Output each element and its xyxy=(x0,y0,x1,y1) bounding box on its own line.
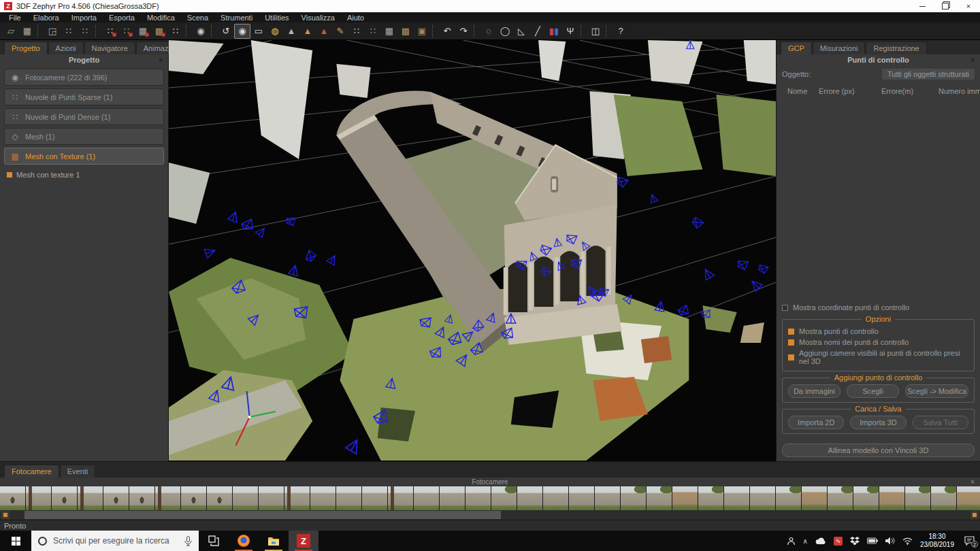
tab-gcp[interactable]: GCP xyxy=(781,41,812,54)
da-immagini-button[interactable]: Da immagini xyxy=(788,384,840,398)
lasso-select-icon[interactable]: ◌ xyxy=(480,24,497,39)
action-center-button[interactable]: 2 xyxy=(964,536,975,546)
camera-thumbnail-8[interactable] xyxy=(181,486,206,510)
people-icon[interactable] xyxy=(787,537,796,546)
tab-navigatore[interactable]: Navigatore xyxy=(84,41,135,54)
ellipse-select-icon[interactable]: ◯ xyxy=(497,24,513,39)
measure-ruler-icon[interactable]: ╱ xyxy=(529,24,546,39)
camera-thumbnail-29[interactable] xyxy=(724,486,749,510)
importa-3d-button[interactable]: Importa 3D xyxy=(850,416,906,429)
menu-aiuto[interactable]: Aiuto xyxy=(341,14,370,22)
wifi-icon[interactable] xyxy=(902,537,913,545)
3d-viewport[interactable] xyxy=(169,40,776,461)
menu-elabora[interactable]: Elabora xyxy=(27,14,65,22)
project-item-1[interactable]: ◉Fotocamere (222 di 396) xyxy=(4,69,164,86)
tab-eventi[interactable]: Eventi xyxy=(60,465,96,478)
render-flat-icon[interactable]: ▲ xyxy=(283,24,299,39)
menu-modifica[interactable]: Modifica xyxy=(141,14,181,22)
camera-thumbnail-38[interactable] xyxy=(957,486,980,510)
option-checkbox-row-1[interactable]: Mostra punti di controllo xyxy=(788,326,968,337)
show-sparse-icon[interactable]: ∷ xyxy=(348,24,365,39)
camera-thumbnail-15[interactable] xyxy=(362,486,387,510)
checkbox-checked-icon[interactable] xyxy=(788,339,794,346)
menu-utilities[interactable]: Utilities xyxy=(259,14,295,22)
zephyr-taskbar-button[interactable]: Z xyxy=(289,531,318,551)
camera-thumbnail-37[interactable] xyxy=(931,486,956,510)
plane-select-icon[interactable]: ◺ xyxy=(513,24,529,39)
explorer-taskbar-button[interactable] xyxy=(259,531,289,551)
oggetto-dropdown[interactable]: Tutti gli oggetti strutturati xyxy=(882,69,975,80)
thumbnail-scrollbar[interactable] xyxy=(0,510,980,520)
show-mesh-icon[interactable]: ▦ xyxy=(381,24,397,39)
show-image-icon[interactable]: ▭ xyxy=(250,24,267,39)
camera-thumbnail-5[interactable] xyxy=(103,486,129,510)
utilities-tool-icon[interactable]: Ψ xyxy=(562,24,578,39)
camera-thumbnail-22[interactable] xyxy=(543,486,568,510)
help-icon[interactable]: ? xyxy=(612,24,629,39)
project-item-5[interactable]: ▩Mesh con Texture (1) xyxy=(4,148,164,165)
camera-thumbnail-31[interactable] xyxy=(776,486,801,510)
dropbox-icon[interactable] xyxy=(850,537,860,546)
redo-icon[interactable]: ↷ xyxy=(455,24,472,39)
menu-importa[interactable]: Importa xyxy=(65,14,103,22)
battery-icon[interactable] xyxy=(867,537,878,544)
camera-thumbnail-33[interactable] xyxy=(828,486,853,510)
save-project-icon[interactable]: ▦ xyxy=(19,24,35,39)
undo-icon[interactable]: ↶ xyxy=(439,24,455,39)
salva-tutti-button[interactable]: Salva Tutti xyxy=(913,416,968,429)
camera-thumbnail-6[interactable] xyxy=(129,486,154,510)
dense-point-cloud-icon[interactable]: ∷ xyxy=(77,24,93,39)
tab-misurazioni[interactable]: Misurazioni xyxy=(813,41,866,54)
camera-thumbnail-34[interactable] xyxy=(853,486,879,510)
lighting-icon[interactable]: ◍ xyxy=(267,24,283,39)
checkbox-checked-icon[interactable] xyxy=(788,329,794,335)
camera-thumbnail-18[interactable] xyxy=(440,486,465,510)
add-sparse-cloud-icon[interactable]: ∷ xyxy=(102,24,118,39)
menu-scena[interactable]: Scena xyxy=(181,14,214,22)
tray-expand-icon[interactable]: ∧ xyxy=(803,537,808,545)
rotate-view-icon[interactable]: ↺ xyxy=(218,24,234,39)
show-coordinates-checkbox-row[interactable]: Mostra coordinate punti di controllo xyxy=(782,302,975,313)
project-item-2[interactable]: ∷Nuvole di Punti Sparse (1) xyxy=(4,88,164,105)
camera-thumbnail-23[interactable] xyxy=(569,486,594,510)
option-checkbox-row-3[interactable]: Aggiungi camere visibili ai punti di con… xyxy=(788,348,968,367)
stats-chart-icon[interactable]: ▮▮ xyxy=(546,24,562,39)
show-dense-icon[interactable]: ∷ xyxy=(365,24,381,39)
scroll-right-button[interactable] xyxy=(970,511,979,519)
close-button[interactable]: × xyxy=(957,0,980,12)
camera-thumbnail-35[interactable] xyxy=(879,486,904,510)
add-mesh-icon[interactable]: ▦ xyxy=(135,24,151,39)
camera-thumbnail-32[interactable] xyxy=(802,486,827,510)
tree-item-mesh-texture[interactable]: Mesh con texture 1 xyxy=(0,168,168,182)
open-project-icon[interactable]: ▱ xyxy=(3,24,19,39)
camera-thumbnail-10[interactable] xyxy=(233,486,258,510)
camera-thumbnail-27[interactable] xyxy=(672,486,698,510)
column-header-2[interactable]: Errore (px) xyxy=(819,87,881,95)
start-button[interactable] xyxy=(0,531,31,551)
close-icon[interactable]: × xyxy=(970,56,975,64)
tab-registrazione[interactable]: Registrazione xyxy=(866,41,926,54)
camera-thumbnail-28[interactable] xyxy=(698,486,723,510)
camera-thumbnail-19[interactable] xyxy=(466,486,491,510)
close-icon[interactable]: × xyxy=(159,56,163,64)
taskbar-clock[interactable]: 18:30 23/08/2019 xyxy=(920,533,954,550)
camera-thumbnail-24[interactable] xyxy=(595,486,620,510)
task-view-button[interactable] xyxy=(199,531,229,551)
camera-thumbnail-36[interactable] xyxy=(905,486,930,510)
avira-icon[interactable]: ∿ xyxy=(834,537,843,546)
camera-thumbnail-17[interactable] xyxy=(414,486,439,510)
restore-button[interactable] xyxy=(934,0,957,12)
allinea-button[interactable]: Allinea modello con Vincoli 3D xyxy=(782,444,975,457)
onedrive-icon[interactable] xyxy=(815,537,826,545)
selection-rect-icon[interactable]: ▣ xyxy=(414,24,430,39)
taskbar-search[interactable]: Scrivi qui per eseguire la ricerca xyxy=(31,531,199,551)
mask-icon[interactable]: ◫ xyxy=(587,24,604,39)
camera-thumbnail-16[interactable] xyxy=(388,486,413,510)
firefox-taskbar-button[interactable] xyxy=(229,531,259,551)
camera-thumbnail-13[interactable] xyxy=(310,486,336,510)
camera-thumbnail-21[interactable] xyxy=(517,486,542,510)
camera-thumbnail-25[interactable] xyxy=(621,486,646,510)
gcp-table-body[interactable] xyxy=(777,98,980,301)
render-textured-icon[interactable]: ▲ xyxy=(299,24,316,39)
add-textured-mesh-icon[interactable]: ▩ xyxy=(151,24,167,39)
